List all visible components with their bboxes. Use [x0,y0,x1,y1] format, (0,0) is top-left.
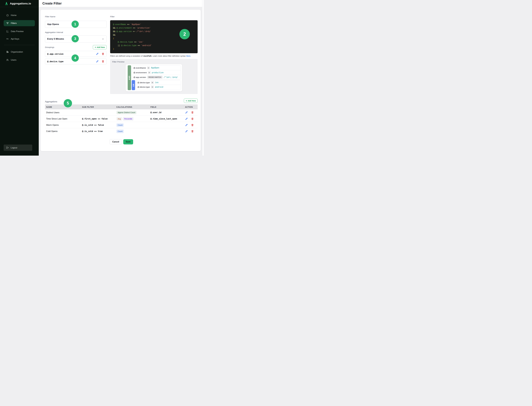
preview-condition-row: @.eventName=AppOpen [132,65,181,70]
edit-aggregation-button[interactable] [185,117,188,120]
filter-name-label: Filter Name [45,15,107,18]
preview-condition-row: @.device.type=ios [136,80,181,85]
scrollbar[interactable] [202,0,204,156]
column-header-calculations: CALCULATIONS [115,106,149,108]
cancel-button[interactable]: Cancel [110,139,122,145]
groupings-label: Groupings [45,46,54,48]
sidebar-item-label: Api Keys [11,38,19,40]
content: Filter Name Aggregation Interval Every 5… [39,7,204,156]
edit-aggregation-button[interactable] [185,124,188,126]
or-group-bar: OR [132,80,135,90]
aggregation-calculations: Count [115,130,149,133]
aggregation-sub-filter: @.first_open == false [81,118,115,120]
aggregation-field: @.user.id [149,111,184,114]
sidebar-item-label: Organization [11,51,23,53]
aggregations-label: Aggregations [45,101,57,103]
delete-grouping-button[interactable] [102,52,105,55]
page-header: Create Filter [39,0,204,7]
table-row: Cold Opens@.is_cold == trueCount [45,128,198,134]
edit-aggregation-button[interactable] [185,130,188,133]
groupings-add-new-button[interactable]: + Add New [93,45,107,49]
sidebar-nav: HomeFiltersData PreviewApi Keys Organiza… [0,7,39,62]
preview-value: production [152,72,164,74]
preview-field: @.app.version [133,76,146,78]
plus-icon: + [95,46,96,48]
preview-operator-badge: = [147,66,150,69]
aggregation-sub-filter: @.is_cold == false [81,124,115,126]
delete-aggregation-button[interactable] [191,117,194,120]
brand: Aggregations.io [0,0,39,7]
filter-preview-label: Filter Preview [112,61,195,63]
aggregation-name: Time Since Last Open [45,117,81,120]
step-badge-2: 2 [180,29,190,39]
calculation-badge: Count [116,130,124,133]
preview-condition-row: @.environment=production [132,70,181,75]
save-button[interactable]: Save [123,139,133,145]
preview-operator-badge: = [151,86,154,88]
preview-value: AppOpen [151,67,159,69]
sidebar-item-label: Users [11,59,16,61]
logout-button[interactable]: Logout [4,145,32,151]
step-badge-3: 3 [72,35,79,42]
preview-value: /^\d+\.\d+$/ [164,76,178,79]
key-icon [6,37,9,40]
preview-field: @.device.type [137,86,150,88]
code-line: || @.device.type == 'android' [113,44,195,47]
sidebar-item-data-preview[interactable]: Data Preview [3,29,36,34]
aggregations-add-new-button[interactable]: + Add New [184,99,198,103]
column-header-field: FIELD [149,106,184,108]
table-row: Distinct UsersApprox Distinct Count@.use… [45,109,198,116]
aggregation-calculations: Count [115,123,149,127]
logout-label: Logout [11,146,17,149]
aggregation-actions [184,111,198,114]
sidebar-item-users[interactable]: Users [3,58,36,62]
delete-aggregation-button[interactable] [191,130,194,133]
sidebar-item-filters[interactable]: Filters [4,20,35,26]
calculation-badge: Count [116,123,124,127]
delete-aggregation-button[interactable] [191,124,194,126]
edit-grouping-button[interactable] [96,52,99,55]
and-group-bar: AND [128,65,131,90]
delete-grouping-button[interactable] [102,60,105,63]
code-line: @.device.type == 'ios' [113,40,195,44]
sidebar-item-label: Data Preview [11,30,23,33]
aggregation-actions [184,117,198,120]
aggregation-sub-filter: @.is_cold == true [81,130,115,132]
plus-icon: + [186,100,187,102]
step-badge-1: 1 [72,21,79,28]
edit-grouping-button[interactable] [96,60,99,63]
code-line: @.eventName == 'AppOpen' [113,23,195,26]
column-header-action: ACTION [184,106,198,108]
calculation-badge: Avg [116,117,122,121]
brand-logo-icon [5,2,8,5]
preview-operator-badge: = [151,81,154,84]
page: Aggregations.io HomeFiltersData PreviewA… [0,0,204,156]
edit-aggregation-button[interactable] [185,111,188,114]
chart-icon [6,30,9,33]
grouping-path: @.device.type [47,60,63,63]
sidebar-item-home[interactable]: Home [3,13,36,18]
aggregation-interval-value: Every 5 Minutes [47,38,64,40]
filter-preview-panel: Filter Preview AND @.eventName=AppOpen@.… [110,59,198,94]
filter-help-text: Filters are defined using a varaiation o… [110,55,198,57]
aggregation-name: Distinct Users [45,111,81,114]
preview-value: android [155,86,163,88]
aggregation-calculations: AvgPercentile [115,117,149,121]
preview-operator-badge: REGEX MATCH [147,76,163,79]
filter-icon [6,22,9,25]
sidebar-item-organization[interactable]: Organization [3,49,36,54]
aggregation-calculations: Approx Distinct Count [115,111,149,114]
table-row: Time Since Last Open@.first_open == fals… [45,116,198,122]
home-icon [6,14,9,17]
sidebar: Aggregations.io HomeFiltersData PreviewA… [0,0,39,156]
sidebar-item-api-keys[interactable]: Api Keys [3,36,36,41]
help-link[interactable]: Here. [186,55,191,57]
building-icon [6,51,9,53]
preview-field: @.environment [133,72,147,74]
grouping-path: @.app.version [47,53,63,55]
delete-aggregation-button[interactable] [191,111,194,114]
column-header-sub-filter: SUB FILTER [81,106,115,108]
preview-value: ios [155,81,158,84]
preview-condition-row: @.app.versionREGEX MATCH/^\d+\.\d+$/ [132,75,181,80]
users-icon [6,58,9,61]
